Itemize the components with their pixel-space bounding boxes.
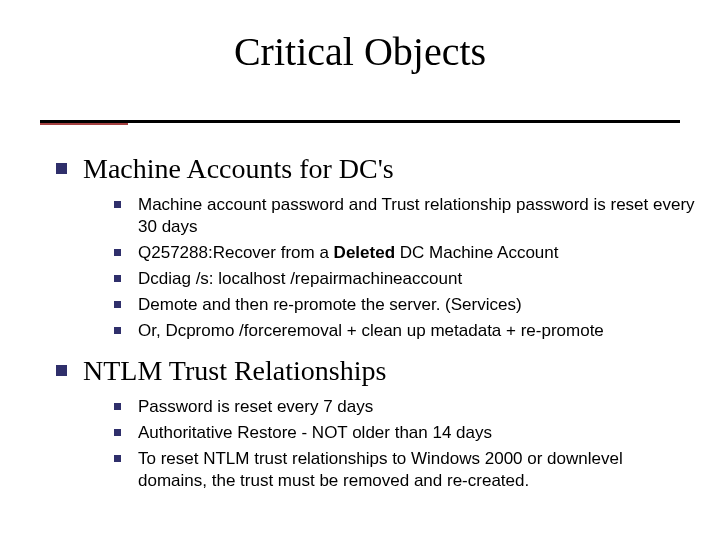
slide-body: Machine Accounts for DC's Machine accoun… xyxy=(56,152,696,504)
list-item: To reset NTLM trust relationships to Win… xyxy=(114,448,696,492)
section-heading-text: NTLM Trust Relationships xyxy=(83,355,386,386)
square-bullet-icon xyxy=(114,301,121,308)
list-item-text: Password is reset every 7 days xyxy=(138,397,373,416)
square-bullet-icon xyxy=(114,275,121,282)
list-item-text: Demote and then re-promote the server. (… xyxy=(138,295,522,314)
square-bullet-icon xyxy=(56,365,67,376)
square-bullet-icon xyxy=(114,403,121,410)
square-bullet-icon xyxy=(114,327,121,334)
slide: Critical Objects Machine Accounts for DC… xyxy=(0,0,720,540)
slide-title: Critical Objects xyxy=(0,28,720,75)
section-heading-text: Machine Accounts for DC's xyxy=(83,153,394,184)
section-items: Machine account password and Trust relat… xyxy=(114,194,696,343)
section-items: Password is reset every 7 days Authorita… xyxy=(114,396,696,492)
list-item-text: Dcdiag /s: localhost /repairmachineaccou… xyxy=(138,269,462,288)
list-item: Authoritative Restore - NOT older than 1… xyxy=(114,422,696,444)
list-item: Machine account password and Trust relat… xyxy=(114,194,696,238)
list-item-text: Machine account password and Trust relat… xyxy=(138,195,695,236)
list-item: Password is reset every 7 days xyxy=(114,396,696,418)
list-item: Demote and then re-promote the server. (… xyxy=(114,294,696,316)
square-bullet-icon xyxy=(114,201,121,208)
list-item: Dcdiag /s: localhost /repairmachineaccou… xyxy=(114,268,696,290)
list-item: Q257288:Recover from a Deleted DC Machin… xyxy=(114,242,696,264)
list-item-text: Or, Dcpromo /forceremoval + clean up met… xyxy=(138,321,604,340)
list-item-text: Q257288:Recover from a Deleted DC Machin… xyxy=(138,243,559,262)
section-heading: Machine Accounts for DC's xyxy=(56,152,696,186)
square-bullet-icon xyxy=(114,429,121,436)
title-rule xyxy=(40,120,680,123)
list-item-text: To reset NTLM trust relationships to Win… xyxy=(138,449,623,490)
list-item-text: Authoritative Restore - NOT older than 1… xyxy=(138,423,492,442)
square-bullet-icon xyxy=(56,163,67,174)
square-bullet-icon xyxy=(114,455,121,462)
title-rule-accent xyxy=(40,123,128,125)
list-item: Or, Dcpromo /forceremoval + clean up met… xyxy=(114,320,696,342)
section-heading: NTLM Trust Relationships xyxy=(56,354,696,388)
square-bullet-icon xyxy=(114,249,121,256)
